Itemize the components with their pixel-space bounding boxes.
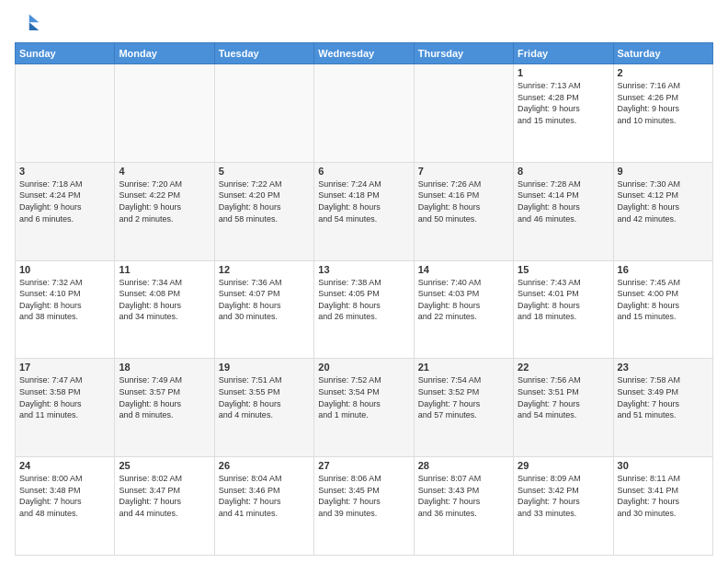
calendar-cell: 16Sunrise: 7:45 AM Sunset: 4:00 PM Dayli…: [613, 260, 712, 359]
day-info: Sunrise: 8:00 AM Sunset: 3:48 PM Dayligh…: [19, 473, 110, 519]
calendar-cell: 22Sunrise: 7:56 AM Sunset: 3:51 PM Dayli…: [514, 359, 613, 457]
day-number: 11: [119, 264, 210, 275]
day-info: Sunrise: 8:06 AM Sunset: 3:45 PM Dayligh…: [318, 473, 409, 519]
calendar-cell: 15Sunrise: 7:43 AM Sunset: 4:01 PM Dayli…: [514, 260, 613, 359]
day-info: Sunrise: 7:38 AM Sunset: 4:05 PM Dayligh…: [318, 277, 409, 323]
day-info: Sunrise: 8:04 AM Sunset: 3:46 PM Dayligh…: [219, 473, 310, 519]
day-info: Sunrise: 7:18 AM Sunset: 4:24 PM Dayligh…: [19, 178, 110, 224]
day-number: 21: [418, 362, 509, 373]
calendar-header-friday: Friday: [514, 43, 613, 64]
day-number: 28: [418, 460, 509, 471]
day-number: 22: [518, 362, 609, 373]
calendar-header-monday: Monday: [115, 43, 214, 64]
day-info: Sunrise: 7:32 AM Sunset: 4:10 PM Dayligh…: [19, 277, 110, 323]
calendar-cell: 2Sunrise: 7:16 AM Sunset: 4:26 PM Daylig…: [613, 64, 712, 163]
calendar-cell: 5Sunrise: 7:22 AM Sunset: 4:20 PM Daylig…: [214, 162, 313, 260]
calendar-cell: 3Sunrise: 7:18 AM Sunset: 4:24 PM Daylig…: [16, 162, 115, 260]
calendar-header-tuesday: Tuesday: [214, 43, 313, 64]
calendar-cell: [314, 64, 414, 163]
calendar-week-row: 3Sunrise: 7:18 AM Sunset: 4:24 PM Daylig…: [16, 162, 713, 260]
calendar-cell: 30Sunrise: 8:11 AM Sunset: 3:41 PM Dayli…: [613, 457, 712, 556]
calendar-cell: 9Sunrise: 7:30 AM Sunset: 4:12 PM Daylig…: [613, 162, 712, 260]
calendar-cell: 29Sunrise: 8:09 AM Sunset: 3:42 PM Dayli…: [514, 457, 613, 556]
day-info: Sunrise: 7:51 AM Sunset: 3:55 PM Dayligh…: [219, 374, 310, 420]
calendar-header-thursday: Thursday: [414, 43, 513, 64]
day-info: Sunrise: 7:47 AM Sunset: 3:58 PM Dayligh…: [19, 374, 110, 420]
day-number: 17: [19, 362, 110, 373]
day-number: 4: [119, 166, 210, 177]
day-number: 7: [418, 166, 509, 177]
day-info: Sunrise: 7:34 AM Sunset: 4:08 PM Dayligh…: [119, 277, 210, 323]
calendar-cell: 11Sunrise: 7:34 AM Sunset: 4:08 PM Dayli…: [115, 260, 214, 359]
day-info: Sunrise: 7:54 AM Sunset: 3:52 PM Dayligh…: [418, 374, 509, 420]
day-info: Sunrise: 7:58 AM Sunset: 3:49 PM Dayligh…: [618, 374, 709, 420]
calendar-week-row: 17Sunrise: 7:47 AM Sunset: 3:58 PM Dayli…: [16, 359, 713, 457]
calendar-cell: 7Sunrise: 7:26 AM Sunset: 4:16 PM Daylig…: [414, 162, 513, 260]
day-info: Sunrise: 7:52 AM Sunset: 3:54 PM Dayligh…: [318, 374, 409, 420]
logo: [15, 11, 44, 37]
day-number: 9: [618, 166, 709, 177]
day-info: Sunrise: 7:22 AM Sunset: 4:20 PM Dayligh…: [219, 178, 310, 224]
day-number: 20: [318, 362, 409, 373]
svg-marker-1: [29, 15, 40, 23]
day-number: 30: [618, 460, 709, 471]
day-number: 14: [418, 264, 509, 275]
calendar-week-row: 1Sunrise: 7:13 AM Sunset: 4:28 PM Daylig…: [16, 64, 713, 163]
page: SundayMondayTuesdayWednesdayThursdayFrid…: [0, 0, 728, 563]
day-info: Sunrise: 8:11 AM Sunset: 3:41 PM Dayligh…: [618, 473, 709, 519]
calendar-cell: 27Sunrise: 8:06 AM Sunset: 3:45 PM Dayli…: [314, 457, 414, 556]
calendar-cell: 25Sunrise: 8:02 AM Sunset: 3:47 PM Dayli…: [115, 457, 214, 556]
svg-rect-0: [15, 11, 40, 37]
day-number: 2: [618, 67, 709, 78]
day-info: Sunrise: 7:16 AM Sunset: 4:26 PM Dayligh…: [618, 80, 709, 126]
day-info: Sunrise: 7:30 AM Sunset: 4:12 PM Dayligh…: [618, 178, 709, 224]
calendar-cell: 23Sunrise: 7:58 AM Sunset: 3:49 PM Dayli…: [613, 359, 712, 457]
day-number: 27: [318, 460, 409, 471]
day-number: 24: [19, 460, 110, 471]
calendar-cell: 6Sunrise: 7:24 AM Sunset: 4:18 PM Daylig…: [314, 162, 414, 260]
calendar-cell: 1Sunrise: 7:13 AM Sunset: 4:28 PM Daylig…: [514, 64, 613, 163]
day-info: Sunrise: 8:02 AM Sunset: 3:47 PM Dayligh…: [119, 473, 210, 519]
day-number: 8: [518, 166, 609, 177]
day-number: 23: [618, 362, 709, 373]
calendar-table: SundayMondayTuesdayWednesdayThursdayFrid…: [15, 42, 713, 556]
day-number: 18: [119, 362, 210, 373]
day-number: 29: [518, 460, 609, 471]
calendar-header-wednesday: Wednesday: [314, 43, 414, 64]
day-number: 13: [318, 264, 409, 275]
calendar-header-row: SundayMondayTuesdayWednesdayThursdayFrid…: [16, 43, 713, 64]
day-info: Sunrise: 7:28 AM Sunset: 4:14 PM Dayligh…: [518, 178, 609, 224]
calendar-cell: 21Sunrise: 7:54 AM Sunset: 3:52 PM Dayli…: [414, 359, 513, 457]
day-number: 16: [618, 264, 709, 275]
day-info: Sunrise: 7:13 AM Sunset: 4:28 PM Dayligh…: [518, 80, 609, 126]
calendar-cell: [16, 64, 115, 163]
calendar-cell: 24Sunrise: 8:00 AM Sunset: 3:48 PM Dayli…: [16, 457, 115, 556]
day-info: Sunrise: 7:43 AM Sunset: 4:01 PM Dayligh…: [518, 277, 609, 323]
day-info: Sunrise: 7:20 AM Sunset: 4:22 PM Dayligh…: [119, 178, 210, 224]
calendar-header-sunday: Sunday: [16, 43, 115, 64]
calendar-cell: 26Sunrise: 8:04 AM Sunset: 3:46 PM Dayli…: [214, 457, 313, 556]
header: [15, 11, 713, 37]
calendar-header-saturday: Saturday: [613, 43, 712, 64]
day-number: 6: [318, 166, 409, 177]
calendar-cell: 14Sunrise: 7:40 AM Sunset: 4:03 PM Dayli…: [414, 260, 513, 359]
day-number: 3: [19, 166, 110, 177]
calendar-cell: 28Sunrise: 8:07 AM Sunset: 3:43 PM Dayli…: [414, 457, 513, 556]
day-number: 19: [219, 362, 310, 373]
day-info: Sunrise: 7:49 AM Sunset: 3:57 PM Dayligh…: [119, 374, 210, 420]
day-number: 15: [518, 264, 609, 275]
day-info: Sunrise: 7:56 AM Sunset: 3:51 PM Dayligh…: [518, 374, 609, 420]
day-info: Sunrise: 7:24 AM Sunset: 4:18 PM Dayligh…: [318, 178, 409, 224]
day-number: 5: [219, 166, 310, 177]
day-number: 1: [518, 67, 609, 78]
calendar-cell: 12Sunrise: 7:36 AM Sunset: 4:07 PM Dayli…: [214, 260, 313, 359]
calendar-cell: 4Sunrise: 7:20 AM Sunset: 4:22 PM Daylig…: [115, 162, 214, 260]
day-number: 10: [19, 264, 110, 275]
calendar-cell: 10Sunrise: 7:32 AM Sunset: 4:10 PM Dayli…: [16, 260, 115, 359]
calendar-cell: 20Sunrise: 7:52 AM Sunset: 3:54 PM Dayli…: [314, 359, 414, 457]
day-info: Sunrise: 7:45 AM Sunset: 4:00 PM Dayligh…: [618, 277, 709, 323]
calendar-cell: 17Sunrise: 7:47 AM Sunset: 3:58 PM Dayli…: [16, 359, 115, 457]
calendar-cell: [414, 64, 513, 163]
calendar-week-row: 10Sunrise: 7:32 AM Sunset: 4:10 PM Dayli…: [16, 260, 713, 359]
svg-marker-2: [29, 22, 40, 30]
